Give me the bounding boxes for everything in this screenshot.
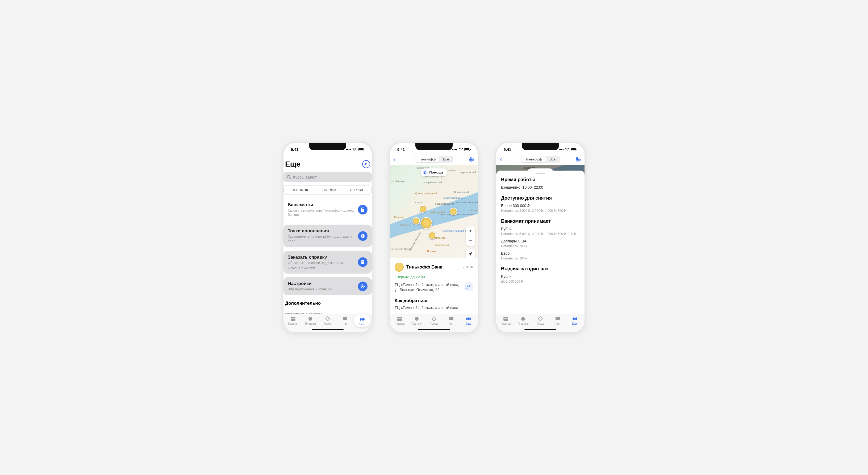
currency-rates-row[interactable]: USD 82,15 EUR 90,3 GBP 121 — [283, 185, 372, 195]
tab-city[interactable]: Город — [532, 316, 549, 325]
wifi-icon — [565, 147, 569, 152]
map-pin[interactable] — [419, 205, 427, 213]
battery-icon — [571, 147, 577, 152]
how-to-get-text: ТЦ «Гименей», 1 этаж, главный вход — [395, 305, 473, 310]
tab-city[interactable]: Город — [319, 316, 336, 325]
chat-icon — [555, 316, 561, 322]
card-atms[interactable]: Банкоматы Карта с банкоматами Тинькофф и… — [283, 199, 372, 221]
atm-distance: 704 км — [463, 265, 473, 269]
more-icon — [466, 316, 471, 322]
seg-tinkoff[interactable]: Тинькофф — [415, 156, 439, 162]
chat-icon — [448, 316, 454, 322]
currency-usd: USD 82,15 — [292, 188, 308, 192]
how-to-get-heading: Как добраться — [395, 298, 473, 303]
tab-more[interactable]: Еще — [460, 316, 477, 325]
seg-all[interactable]: Все — [439, 156, 453, 162]
tab-payments[interactable]: Платежи — [302, 316, 319, 325]
plus-circle-icon — [358, 231, 368, 241]
tab-home[interactable]: Главная — [497, 316, 515, 325]
route-button[interactable] — [464, 283, 473, 291]
map[interactable]: Оружейная Кремлевская наб. р. Москва Соф… — [390, 165, 478, 258]
svg-rect-17 — [465, 148, 469, 150]
zoom-in-button[interactable]: + — [466, 227, 475, 236]
bottom-sheet-expanded[interactable]: Время работы Ежедневно, 10:00–22:00 Дост… — [496, 171, 585, 332]
map-label: р. Москва — [446, 169, 457, 172]
signal-icon: ▪▪▪▪ — [558, 147, 564, 152]
segmented-control: Тинькофф Все — [414, 156, 453, 163]
card-topup[interactable]: Точки пополнения Где положить на счет ру… — [283, 225, 372, 247]
svg-rect-5 — [362, 208, 364, 209]
tab-home[interactable]: Главная — [284, 316, 302, 325]
svg-rect-23 — [397, 317, 402, 321]
filters-button[interactable] — [574, 157, 581, 161]
svg-rect-31 — [571, 148, 576, 150]
svg-point-28 — [468, 318, 469, 320]
withdraw-amount: Более 300 000 ₽ — [501, 204, 580, 208]
svg-rect-36 — [503, 317, 508, 321]
device-notch — [415, 143, 453, 150]
zoom-out-button[interactable]: − — [466, 236, 475, 246]
map-label: ТРЕТЬЯКОВСКАЯ ГАЛЕРЕЯ — [441, 213, 473, 215]
card-icon — [397, 316, 402, 322]
search-placeholder: Курсы валют — [293, 175, 317, 179]
dispense-heading: Выдача за один раз — [501, 266, 580, 272]
withdraw-heading: Доступно для снятия — [501, 195, 580, 201]
filters-button[interactable] — [467, 157, 474, 161]
tab-city[interactable]: Город — [426, 316, 443, 325]
tab-chat[interactable]: Чат — [549, 316, 566, 325]
diamond-icon — [325, 316, 331, 322]
tab-payments[interactable]: Платежи — [408, 316, 426, 325]
card-reference[interactable]: Заказать справку Об остатке на счете, с … — [283, 251, 372, 273]
signal-icon: ▪▪▪▪ — [346, 147, 351, 152]
svg-point-11 — [308, 317, 312, 321]
tab-chat[interactable]: Чат — [442, 316, 460, 325]
help-pill[interactable]: ◐ Помощь — [421, 169, 447, 176]
svg-point-27 — [466, 318, 468, 320]
svg-rect-26 — [449, 317, 454, 320]
tab-home[interactable]: Главная — [391, 316, 408, 325]
atm-open-status: Открыто до 22:00 — [395, 275, 473, 279]
search-input[interactable]: Курсы валют — [283, 172, 372, 182]
sheet-grabber[interactable] — [535, 173, 545, 174]
tab-more[interactable]: Еще — [353, 314, 371, 327]
more-icon — [359, 317, 365, 322]
card-settings[interactable]: Настройки Вид приложения и функции — [283, 277, 372, 295]
phone-more-screen: 9:41 ▪▪▪▪ Еще O Курсы валют USD 82,15 — [282, 142, 373, 333]
card-icon — [503, 316, 509, 322]
seg-tinkoff[interactable]: Тинькофф — [522, 156, 546, 162]
section-heading-extra: Дополнительно — [285, 301, 370, 306]
svg-rect-10 — [291, 318, 296, 319]
accepts-usd-denoms: Номиналом 100 $ — [501, 244, 580, 248]
back-button[interactable]: ‹ — [500, 156, 507, 163]
svg-rect-1 — [359, 148, 363, 150]
map-label: Болотная наб. — [454, 191, 470, 194]
hours-value: Ежедневно, 10:00–22:00 — [501, 185, 580, 189]
dispense-rub-label: Рубли — [501, 274, 580, 278]
tab-more[interactable]: Еще — [566, 316, 584, 325]
map-pin[interactable] — [412, 217, 420, 225]
svg-point-25 — [415, 317, 418, 321]
svg-point-19 — [470, 157, 471, 158]
diamond-icon — [537, 316, 543, 322]
tab-payments[interactable]: Платежи — [515, 316, 532, 325]
svg-point-20 — [472, 158, 473, 160]
map-pin[interactable] — [428, 232, 436, 239]
svg-point-40 — [572, 318, 574, 320]
map-label: Воскресенская церковь — [456, 201, 478, 204]
svg-point-42 — [576, 318, 577, 320]
signal-icon: ▪▪▪▪ — [452, 147, 457, 152]
map-pin-selected[interactable] — [421, 217, 432, 229]
tab-chat[interactable]: Чат — [336, 316, 353, 325]
currency-eur: EUR 90,3 — [322, 188, 336, 192]
svg-point-38 — [521, 317, 525, 321]
card-icon — [290, 316, 296, 322]
seg-all[interactable]: Все — [546, 156, 559, 162]
accepts-eur-denoms: Номиналом 100 € — [501, 257, 580, 260]
bank-logo-icon — [395, 263, 404, 272]
svg-rect-18 — [470, 149, 471, 150]
map-pin[interactable] — [450, 208, 457, 215]
back-button[interactable]: ‹ — [394, 156, 401, 163]
page-title: Еще — [285, 160, 301, 169]
profile-avatar[interactable]: O — [362, 160, 370, 168]
locate-button[interactable] — [466, 249, 475, 258]
